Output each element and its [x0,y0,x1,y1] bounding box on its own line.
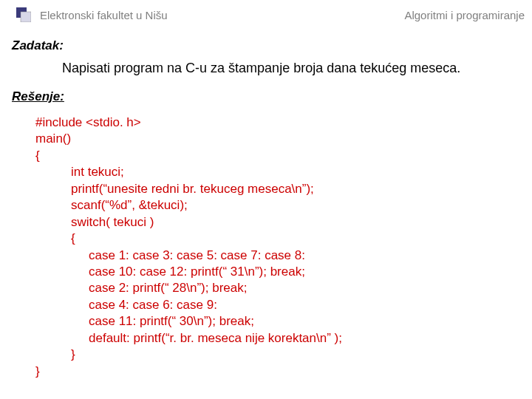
code-line: case 10: case 12: printf(“ 31\n”); break… [35,264,532,280]
code-block: #include <stdio. h> main() { int tekuci;… [0,109,532,380]
code-line: printf(“unesite redni br. tekuceg meseca… [35,181,532,197]
code-line: } [35,347,532,363]
code-line: case 4: case 6: case 9: [35,297,532,313]
code-line: scanf(“%d”, &tekuci); [35,197,532,214]
header-left-text: Elektronski fakultet u Nišu [40,9,168,21]
code-line: case 11: printf(“ 30\n”); break; [35,313,532,330]
code-line: #include <stdio. h> [35,115,532,131]
square-bullet-icon [16,7,31,22]
task-label: Zadatak: [0,25,532,58]
solution-label: Rešenje: [0,76,532,109]
code-line: case 1: case 3: case 5: case 7: case 8: [35,248,532,264]
code-line: { [35,231,532,247]
header-right-text: Algoritmi i programiranje [404,9,532,21]
code-line: case 2: printf(“ 28\n”); break; [35,280,532,296]
code-line: main() [35,131,532,147]
code-line: default: printf(“r. br. meseca nije kore… [35,330,532,347]
code-line: { [35,148,532,164]
task-description: Napisati program na C-u za štampanje bro… [0,58,532,76]
slide-header: Elektronski fakultet u Nišu Algoritmi i … [0,0,532,25]
code-line: int tekuci; [35,164,532,180]
code-line: switch( tekuci ) [35,214,532,231]
code-line: } [35,364,532,380]
svg-rect-1 [21,12,31,22]
